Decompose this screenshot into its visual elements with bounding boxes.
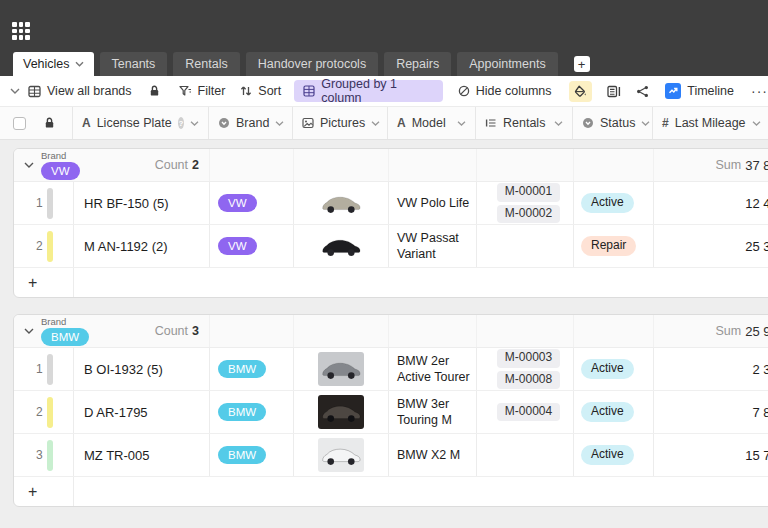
model-cell[interactable]: VW Passat Variant	[388, 225, 476, 267]
plus-icon: +	[28, 274, 37, 292]
rental-link-pill[interactable]: M-00001	[497, 183, 560, 202]
brand-cell[interactable]: BMW	[209, 434, 293, 476]
tab-rentals[interactable]: Rentals	[173, 52, 239, 76]
column-status[interactable]: Status	[572, 107, 652, 139]
pictures-cell[interactable]	[293, 391, 388, 433]
tab-label: Vehicles	[23, 57, 70, 71]
chevron-down-icon[interactable]	[190, 121, 199, 126]
status-cell[interactable]: Repair	[573, 225, 653, 267]
grouped-by-button[interactable]: Grouped by 1 column	[294, 80, 443, 102]
pictures-cell[interactable]	[293, 434, 388, 476]
license-plate-cell[interactable]: MZ TR-005	[73, 434, 209, 476]
row-height-icon[interactable]	[607, 85, 621, 98]
table-tabs: Vehicles Tenants Rentals Handover protoc…	[13, 52, 590, 76]
license-plate-cell[interactable]: M AN-1192 (2)	[73, 225, 209, 267]
model-cell[interactable]: VW Polo Life	[388, 182, 476, 224]
rental-link-pill[interactable]: M-00008	[497, 371, 560, 390]
status-pill: Active	[581, 445, 634, 466]
add-record-row[interactable]: +	[14, 477, 768, 506]
tab-repairs[interactable]: Repairs	[384, 52, 451, 76]
rentals-cell[interactable]: M-00003 M-00008	[476, 348, 573, 390]
chevron-down-icon[interactable]	[641, 121, 650, 126]
brand-cell[interactable]: VW	[209, 225, 293, 267]
status-cell[interactable]: Active	[573, 434, 653, 476]
lock-icon[interactable]	[44, 117, 55, 129]
add-table-button[interactable]: +	[574, 56, 590, 72]
app-launcher-icon[interactable]	[12, 22, 30, 40]
hide-columns-button[interactable]: Hide columns	[458, 84, 552, 98]
last-mileage-cell[interactable]: 2 356	[653, 348, 768, 390]
view-switcher[interactable]: View all brands	[28, 84, 132, 98]
row-number: 1	[36, 196, 43, 210]
more-options-button[interactable]: ···	[751, 83, 768, 99]
collapse-group-icon[interactable]	[24, 328, 34, 334]
select-all-checkbox[interactable]	[13, 117, 26, 130]
model-cell[interactable]: BMW 3er Touring M	[388, 391, 476, 433]
rentals-cell[interactable]: M-00004	[476, 391, 573, 433]
tab-tenants[interactable]: Tenants	[100, 52, 168, 76]
rental-link-pill[interactable]: M-00004	[497, 403, 560, 422]
license-plate-cell[interactable]: B OI-1932 (5)	[73, 348, 209, 390]
tab-handover-protocols[interactable]: Handover protocols	[246, 52, 378, 76]
model-cell[interactable]: BMW 2er Active Tourer	[388, 348, 476, 390]
add-record-row[interactable]: +	[14, 268, 768, 297]
last-mileage-cell[interactable]: 15 736	[653, 434, 768, 476]
last-mileage-cell[interactable]: 25 374	[653, 225, 768, 267]
row-number: 2	[36, 405, 43, 419]
chevron-down-icon[interactable]	[75, 61, 84, 67]
collapse-chevron-icon[interactable]	[10, 88, 20, 94]
collapse-group-icon[interactable]	[24, 162, 34, 168]
rentals-cell[interactable]	[476, 434, 573, 476]
group-grid-icon	[303, 85, 315, 97]
group-bmw: Count3 Sum25 985 Brand BMW 1 B OI-1932 (…	[13, 314, 768, 507]
car-photo	[318, 395, 364, 429]
brand-cell[interactable]: BMW	[209, 391, 293, 433]
column-last-mileage[interactable]: # Last Mileage	[652, 107, 768, 139]
brand-pill: VW	[218, 237, 257, 255]
lock-icon[interactable]	[149, 85, 160, 97]
status-cell[interactable]: Active	[573, 391, 653, 433]
help-icon[interactable]: ?	[178, 117, 184, 129]
linked-records-icon	[485, 117, 497, 129]
chevron-down-icon[interactable]	[457, 121, 466, 126]
status-cell[interactable]: Active	[573, 182, 653, 224]
rentals-cell[interactable]	[476, 225, 573, 267]
model-cell[interactable]: BMW X2 M	[388, 434, 476, 476]
column-brand[interactable]: Brand	[208, 107, 292, 139]
sort-button[interactable]: Sort	[240, 84, 281, 98]
pictures-cell[interactable]	[293, 225, 388, 267]
column-model[interactable]: A Model	[387, 107, 475, 139]
brand-pill: BMW	[218, 446, 266, 464]
status-cell[interactable]: Active	[573, 348, 653, 390]
column-rentals[interactable]: Rentals	[475, 107, 572, 139]
filter-button[interactable]: Filter	[179, 84, 226, 98]
last-mileage-cell[interactable]: 12 496	[653, 182, 768, 224]
column-license-plate[interactable]: A License Plate ?	[72, 107, 208, 139]
rental-link-pill[interactable]: M-00003	[497, 349, 560, 368]
rentals-cell[interactable]: M-00001 M-00002	[476, 182, 573, 224]
rental-link-pill[interactable]: M-00002	[497, 205, 560, 224]
pictures-cell[interactable]	[293, 348, 388, 390]
pictures-cell[interactable]	[293, 182, 388, 224]
chevron-down-icon[interactable]	[752, 121, 761, 126]
tab-vehicles[interactable]: Vehicles	[13, 52, 94, 76]
timeline-button[interactable]: Timeline	[665, 83, 734, 99]
timeline-view-icon	[665, 83, 681, 99]
brand-pill: BMW	[218, 360, 266, 378]
chevron-down-icon[interactable]	[275, 121, 284, 126]
color-highlight-button[interactable]	[569, 81, 593, 102]
brand-cell[interactable]: VW	[209, 182, 293, 224]
brand-cell[interactable]: BMW	[209, 348, 293, 390]
text-field-icon: A	[82, 117, 91, 129]
last-mileage-cell[interactable]: 7 893	[653, 391, 768, 433]
license-plate-cell[interactable]: HR BF-150 (5)	[73, 182, 209, 224]
chevron-down-icon[interactable]	[554, 121, 563, 126]
row-number: 2	[36, 239, 43, 253]
grid-view-icon	[28, 85, 41, 98]
share-icon[interactable]	[636, 85, 649, 98]
tab-appointments[interactable]: Appointments	[457, 52, 557, 76]
chevron-down-icon[interactable]	[371, 121, 380, 126]
group-count: Count3	[73, 315, 209, 347]
column-pictures[interactable]: Pictures	[292, 107, 387, 139]
license-plate-cell[interactable]: D AR-1795	[73, 391, 209, 433]
